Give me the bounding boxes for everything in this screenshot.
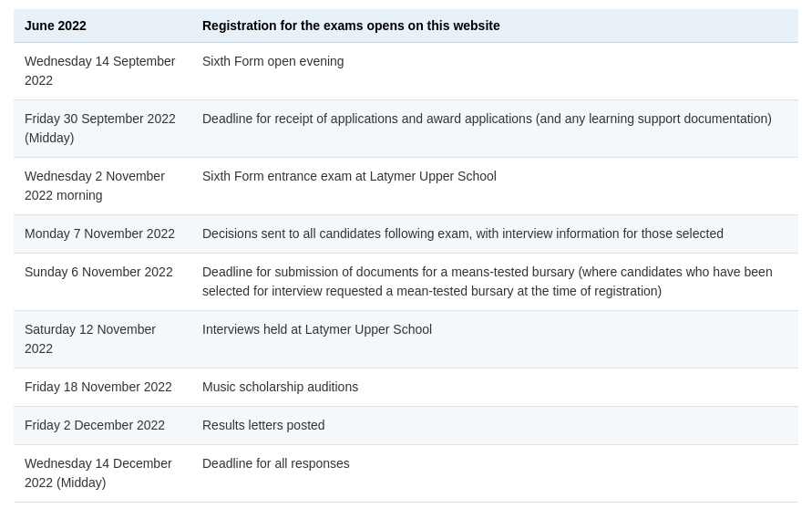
- table-cell-date: Wednesday 14 December 2022 (Midday): [14, 445, 191, 503]
- table-row: Monday 7 November 2022Decisions sent to …: [14, 215, 798, 254]
- header-event: Registration for the exams opens on this…: [191, 9, 798, 43]
- table-row: Friday 2 December 2022Results letters po…: [14, 407, 798, 445]
- table-row: Wednesday 14 September 2022Sixth Form op…: [14, 43, 798, 100]
- table-cell-date: Saturday 12 November 2022: [14, 311, 191, 368]
- table-cell-event: Deadline for receipt of applications and…: [191, 100, 798, 158]
- main-container: June 2022 Registration for the exams ope…: [0, 0, 812, 512]
- table-row: Friday 30 September 2022 (Midday)Deadlin…: [14, 100, 798, 158]
- table-cell-event: Music scholarship auditions: [191, 368, 798, 407]
- table-cell-date: Monday 7 November 2022: [14, 215, 191, 254]
- table-cell-date: Friday 30 September 2022 (Midday): [14, 100, 191, 158]
- table-cell-date: Sunday 6 November 2022: [14, 254, 191, 311]
- table-row: Wednesday 2 November 2022 morningSixth F…: [14, 158, 798, 215]
- table-cell-event: Decisions sent to all candidates followi…: [191, 215, 798, 254]
- table-cell-event: Deadline for all responses: [191, 445, 798, 503]
- table-row: Sunday 6 November 2022Deadline for submi…: [14, 254, 798, 311]
- table-cell-event: Deadline for submission of documents for…: [191, 254, 798, 311]
- table-row: Saturday 12 November 2022Interviews held…: [14, 311, 798, 368]
- table-cell-event: Interviews held at Latymer Upper School: [191, 311, 798, 368]
- header-date: June 2022: [14, 9, 191, 43]
- table-cell-date: Friday 2 December 2022: [14, 407, 191, 445]
- table-cell-event: Sixth Form open evening: [191, 43, 798, 100]
- table-header-row: June 2022 Registration for the exams ope…: [14, 9, 798, 43]
- table-cell-event: Results letters posted: [191, 407, 798, 445]
- table-row: Wednesday 14 December 2022 (Midday)Deadl…: [14, 445, 798, 503]
- schedule-table: June 2022 Registration for the exams ope…: [14, 9, 798, 503]
- table-row: Friday 18 November 2022Music scholarship…: [14, 368, 798, 407]
- table-cell-date: Friday 18 November 2022: [14, 368, 191, 407]
- table-cell-date: Wednesday 2 November 2022 morning: [14, 158, 191, 215]
- table-cell-event: Sixth Form entrance exam at Latymer Uppe…: [191, 158, 798, 215]
- table-cell-date: Wednesday 14 September 2022: [14, 43, 191, 100]
